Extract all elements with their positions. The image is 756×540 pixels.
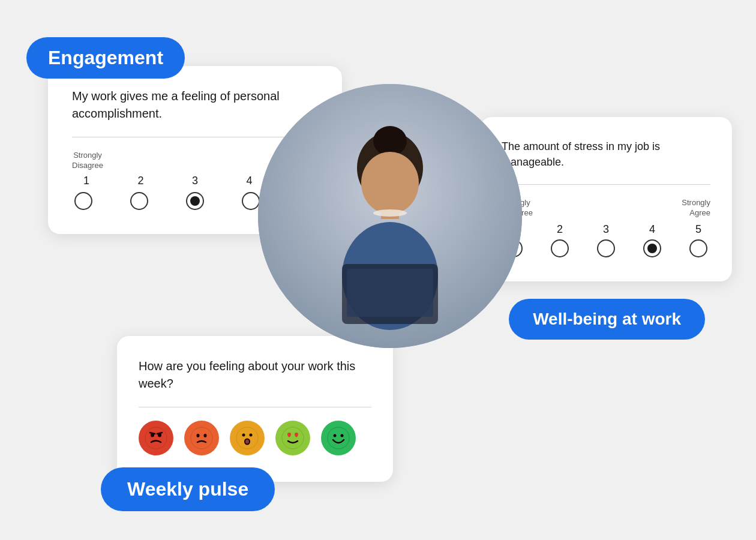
svg-point-15 [191, 427, 212, 449]
emoji-love[interactable] [275, 421, 310, 455]
strongly-disagree-label-1: StronglyDisagree [72, 151, 103, 171]
svg-point-26 [341, 434, 344, 437]
radio-circle-1-2[interactable] [130, 192, 148, 210]
pulse-question: How are you feeling about your work this… [139, 358, 371, 392]
love-face-svg [281, 427, 304, 449]
strongly-agree-label-2: StronglyAgree [682, 198, 710, 218]
svg-point-23 [282, 427, 304, 449]
scale-labels-wellbeing: StronglyDisagree StronglyAgree [502, 198, 710, 218]
radio-circle-2-2[interactable] [551, 239, 569, 257]
svg-point-17 [204, 434, 207, 437]
svg-point-16 [197, 434, 200, 437]
radio-circle-2-5[interactable] [689, 239, 707, 257]
emoji-sad[interactable] [184, 421, 219, 455]
angry-face-svg [145, 427, 167, 449]
svg-point-22 [245, 440, 249, 444]
radio-circle-2-4[interactable] [643, 239, 661, 257]
svg-point-19 [242, 434, 245, 437]
radio-circle-1-1[interactable] [74, 192, 92, 210]
surprised-face-svg [236, 427, 259, 449]
radio-circle-2-3[interactable] [597, 239, 615, 257]
happy-face-svg [327, 427, 350, 449]
badge-pulse: Weekly pulse [101, 467, 275, 511]
card-pulse: How are you feeling about your work this… [117, 336, 393, 482]
svg-point-24 [328, 427, 349, 449]
emoji-surprised[interactable] [230, 421, 265, 455]
svg-point-3 [373, 126, 407, 156]
divider-2 [502, 184, 710, 185]
radio-1-1[interactable] [74, 192, 92, 210]
divider-3 [139, 407, 371, 407]
radio-1-4[interactable] [242, 192, 260, 210]
wb-option-5[interactable]: 5 [688, 223, 709, 257]
wellbeing-question: The amount of stress in my job is manage… [502, 139, 710, 170]
radio-1-3[interactable] [186, 192, 204, 210]
svg-point-10 [145, 427, 167, 449]
person-photo [258, 84, 522, 348]
radio-circle-1-3[interactable] [186, 192, 204, 210]
sad-face-svg [190, 427, 213, 449]
emoji-angry[interactable] [139, 421, 173, 455]
svg-rect-9 [347, 269, 433, 317]
svg-point-5 [361, 152, 419, 214]
svg-point-7 [373, 209, 407, 217]
badge-engagement: Engagement [26, 37, 185, 79]
person-photo-circle [258, 84, 522, 348]
emoji-row [139, 421, 371, 455]
person-svg [258, 84, 522, 348]
main-scene: Engagement My work gives me a feeling of… [0, 0, 756, 540]
wb-option-4[interactable]: 4 [641, 223, 663, 257]
emoji-happy[interactable] [321, 421, 356, 455]
svg-point-20 [250, 434, 253, 437]
scale-row-wellbeing: 1 2 3 4 5 [502, 223, 710, 257]
radio-circle-1-4[interactable] [242, 192, 260, 210]
svg-point-18 [236, 427, 258, 449]
wb-option-2[interactable]: 2 [549, 223, 571, 257]
svg-point-25 [334, 434, 337, 437]
radio-1-2[interactable] [130, 192, 148, 210]
wb-option-3[interactable]: 3 [595, 223, 617, 257]
badge-wellbeing: Well-being at work [509, 299, 705, 340]
